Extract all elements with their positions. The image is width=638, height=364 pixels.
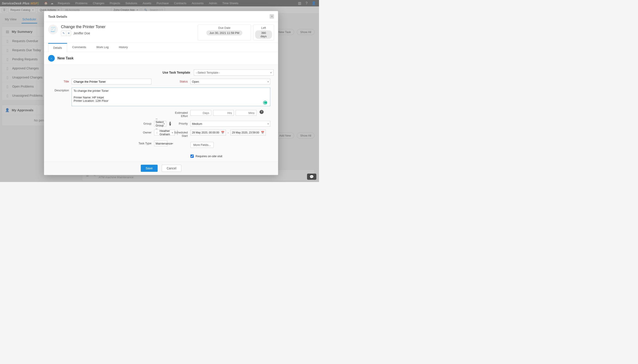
calendar-icon: 📅 (221, 131, 224, 134)
newtask-icon: ▫ (48, 55, 55, 62)
subtab-worklog[interactable]: Work Log (91, 43, 114, 52)
time-left-label: Left (255, 26, 272, 30)
task-title-text: Change the Printer Toner (61, 24, 195, 29)
effort-days-input[interactable] (190, 110, 211, 116)
cancel-button[interactable]: Cancel (162, 165, 182, 172)
task-owner-name: Jeniffer Doe (74, 32, 90, 35)
label-title: Title (50, 79, 69, 83)
onsite-checkbox[interactable] (190, 154, 194, 158)
due-date-box: Due Date Jun 30, 2021 11:59 PM (198, 24, 251, 40)
close-icon[interactable]: ✕ (270, 14, 274, 18)
more-fields-button[interactable]: More Fields... (190, 142, 214, 148)
modal-title: Task Details (48, 15, 67, 18)
label-owner: Owner (72, 130, 152, 134)
task-details-modal: Task Details ✕ 🧾 Change the Printer Tone… (44, 11, 278, 175)
template-select[interactable]: --Select Template--▾ (194, 70, 274, 76)
date-range-separator: - (228, 131, 228, 134)
grammarly-icon (263, 101, 267, 105)
edit-task-icon[interactable]: ✎ (61, 31, 66, 36)
modal-subtabs: Details Comments Work Log History (44, 43, 278, 52)
due-date-label: Due Date (200, 26, 249, 30)
save-button[interactable]: Save (141, 165, 158, 172)
subtab-history[interactable]: History (114, 43, 133, 52)
time-left-value: 390 days (255, 30, 272, 39)
due-date-value: Jun 30, 2021 11:59 PM (206, 30, 242, 36)
chat-fab-icon[interactable]: 💬 (307, 174, 316, 180)
label-group: Group (72, 121, 152, 125)
label-priority: Priority (170, 121, 188, 125)
template-label: Use Task Template (162, 71, 190, 74)
task-type-icon: 🧾 (48, 24, 58, 34)
label-effort: Estimated Effort (170, 110, 188, 118)
description-textarea[interactable] (72, 88, 270, 106)
subtab-comments[interactable]: Comments (67, 43, 91, 52)
onsite-label: Requires on-site visit (196, 154, 222, 158)
title-input[interactable] (72, 79, 152, 84)
status-select[interactable]: Open▾ (190, 79, 270, 84)
tasktype-select[interactable]: Maintenance▾ (154, 140, 167, 146)
priority-select[interactable]: Medium▾ (190, 121, 270, 126)
delete-task-icon[interactable]: ✕ (66, 31, 71, 36)
calendar-icon: 📅 (261, 131, 264, 134)
section-title: New Task (58, 56, 74, 60)
label-description: Description (50, 88, 69, 92)
group-select[interactable]: -- Select Group --▾ (154, 121, 166, 126)
label-tasktype: Task Type (72, 140, 152, 145)
subtab-details[interactable]: Details (48, 43, 67, 52)
end-date-input[interactable]: 29 May 2020, 23:59:00📅 (230, 130, 266, 136)
effort-help-icon[interactable]: ? (260, 110, 264, 114)
time-left-box: Left 390 days (253, 24, 274, 40)
effort-mins-input[interactable] (236, 110, 256, 116)
label-status: Status (170, 79, 188, 83)
label-scheduled-start: Scheduled Start (170, 130, 188, 138)
start-date-input[interactable]: 28 May 2020, 00:00:00📅 (190, 130, 226, 136)
effort-hrs-input[interactable] (213, 110, 234, 116)
